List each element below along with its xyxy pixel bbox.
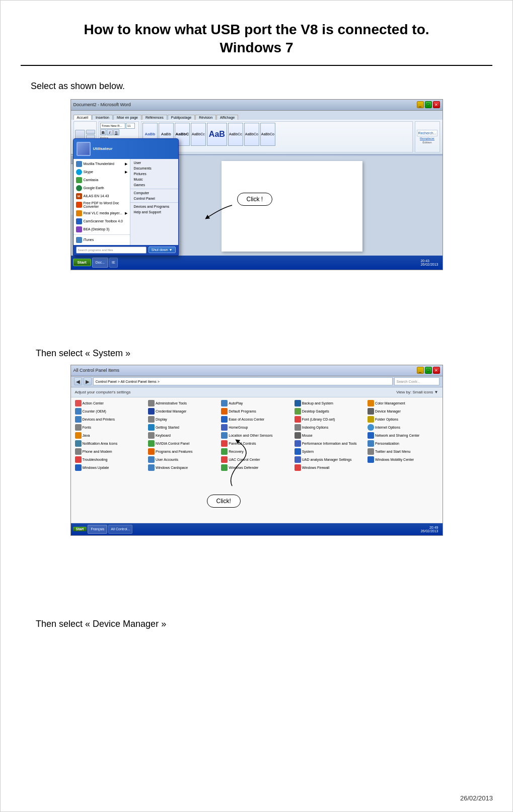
cp-item-win-mobility[interactable]: Windows Mobility Center	[367, 456, 439, 463]
rechercher-btn[interactable]: Recherch...	[417, 130, 438, 136]
cp-item-folder-options[interactable]: Folder Options	[367, 416, 439, 423]
cp-item-mouse[interactable]: Mouse	[294, 432, 366, 439]
remplacer-btn[interactable]: Remplacer	[420, 137, 434, 140]
cp-item-device-manager[interactable]: Device Manager	[367, 408, 439, 415]
cp-item-keyboard[interactable]: Keyboard	[147, 432, 219, 439]
cp-item-uac[interactable]: UAC Control Center	[220, 456, 292, 463]
cp-item-autoplay[interactable]: AutoPlay	[220, 399, 292, 407]
cp-item-getting-started[interactable]: Getting Started	[147, 424, 219, 431]
sm-link-devices[interactable]: Devices and Programs	[130, 204, 178, 209]
bold-btn[interactable]: B	[100, 129, 106, 135]
cp-item-network[interactable]: Network and Sharing Center	[367, 432, 439, 439]
cp-item-parental[interactable]: Parental Controls	[220, 440, 292, 447]
maximize-btn[interactable]: □	[425, 101, 432, 108]
cp-item-prog-features[interactable]: Programs and Features	[147, 448, 219, 455]
cp-item-ease-access[interactable]: Ease of Access Center	[220, 416, 292, 423]
cp-item-troubleshoot[interactable]: Troubleshooting	[74, 456, 146, 463]
cp-item-font[interactable]: Font (Library CD-set)	[294, 416, 366, 423]
style-6[interactable]: AaBbCo	[260, 123, 275, 146]
italic-btn[interactable]: I	[107, 129, 113, 135]
taskbar-ie[interactable]: IE	[109, 258, 118, 268]
taskbar-word[interactable]: Doc...	[92, 258, 108, 268]
cp-item-location[interactable]: Location and Other Sensors	[220, 432, 292, 439]
sm-item-vlc[interactable]: Real VLC media player... ▶	[74, 209, 130, 217]
sm-item-earth[interactable]: Google Earth	[74, 184, 130, 192]
cp-maximize[interactable]: □	[425, 367, 432, 374]
cp-item-firewall[interactable]: Windows Firewall	[294, 464, 366, 471]
start-button[interactable]: Start	[73, 259, 91, 266]
sm-item-itunes[interactable]: iTunes	[74, 236, 130, 244]
tab-accueil[interactable]: Accueil	[74, 115, 92, 120]
style-aab[interactable]: AaB	[207, 123, 227, 146]
cp-item-twitter[interactable]: Twitter and Start Menu	[367, 448, 439, 455]
cp-taskbar-item1[interactable]: Français	[88, 525, 107, 534]
cp-item-display[interactable]: Display	[147, 416, 219, 423]
sm-item-skype[interactable]: Skype ▶	[74, 168, 130, 176]
cp-item-recovery[interactable]: Recovery	[220, 448, 292, 455]
cp-item-action-center[interactable]: Action Center	[74, 399, 146, 407]
sm-item-ailas[interactable]: M AILAS EN 14.43	[74, 192, 130, 200]
close-btn[interactable]: ✕	[433, 101, 440, 108]
sm-link-music[interactable]: Music	[130, 177, 178, 182]
cp-item-nvidia[interactable]: NVIDIA Control Panel	[147, 440, 219, 447]
cp-item-backup[interactable]: Backup and System	[294, 399, 366, 407]
cp-item-desktop-gadgets[interactable]: Desktop Gadgets	[294, 408, 366, 415]
cp-item-personalization[interactable]: Personalization	[367, 440, 439, 447]
sm-link-help[interactable]: Help and Support	[130, 209, 178, 215]
cp-view-label[interactable]: View by: Small icons ▼	[396, 390, 438, 394]
tab-references[interactable]: Références	[142, 115, 167, 120]
sm-link-computer[interactable]: Computer	[130, 190, 178, 196]
tab-insertion[interactable]: Insertion	[92, 115, 113, 120]
sm-item-freepdf[interactable]: Free PDF to Word Doc Converter	[74, 200, 130, 209]
cp-item-uad[interactable]: UAD analysis Manager Settings	[294, 456, 366, 463]
cp-item-indexing[interactable]: Indexing Options	[294, 424, 366, 431]
cp-item-homegroup[interactable]: HomeGroup	[220, 424, 292, 431]
cut-icon[interactable]	[86, 130, 95, 134]
sm-shutdown-btn[interactable]: Shut down ▼	[149, 247, 176, 253]
sm-link-pics[interactable]: Pictures	[130, 171, 178, 177]
cp-item-internet-options[interactable]: Internet Options	[367, 424, 439, 431]
cp-item-credential[interactable]: Credential Manager	[147, 408, 219, 415]
tab-publipostage[interactable]: Publipostage	[168, 115, 195, 120]
cp-item-fonts[interactable]: Fonts	[74, 424, 146, 431]
sm-item-thunderbird[interactable]: Mozilla Thunderbird ▶	[74, 160, 130, 168]
cp-item-java[interactable]: Java	[74, 432, 146, 439]
cp-item-admin-tools[interactable]: Administrative Tools	[147, 399, 219, 407]
minimize-btn[interactable]: _	[417, 101, 424, 108]
style-3[interactable]: AaBbCc	[191, 123, 206, 146]
cp-address-path[interactable]: Control Panel > All Control Panel Items …	[93, 377, 393, 385]
cp-minimize[interactable]: _	[417, 367, 424, 374]
tab-revision[interactable]: Révision	[195, 115, 216, 120]
sm-link-docs[interactable]: Documents	[130, 166, 178, 171]
cp-item-devices-printers[interactable]: Devices and Printers	[74, 416, 146, 423]
cp-item-color-mgmt[interactable]: Color Management	[367, 399, 439, 407]
sm-item-camscanner[interactable]: CamScanner Toolbox 4.0	[74, 217, 130, 225]
cp-item-phone[interactable]: Phone and Modem	[74, 448, 146, 455]
cp-item-win-update[interactable]: Windows Update	[74, 464, 146, 471]
cp-close[interactable]: ✕	[433, 367, 440, 374]
tab-mise-en-page[interactable]: Mise en page	[113, 115, 141, 120]
cp-item-counter[interactable]: Counter (OEM)	[74, 408, 146, 415]
underline-btn[interactable]: S	[113, 129, 119, 135]
style-5[interactable]: AaBbCo	[244, 123, 259, 146]
cp-back-btn[interactable]: ◀	[74, 377, 82, 385]
cp-item-perf[interactable]: Performance Information and Tools	[294, 440, 366, 447]
sm-search-box[interactable]: Search programs and files	[76, 247, 146, 254]
sm-link-control[interactable]: Control Panel	[130, 196, 178, 201]
cp-item-user-accounts[interactable]: User Accounts	[147, 456, 219, 463]
sm-link-user[interactable]: User	[130, 160, 178, 166]
cp-item-win-cardspace[interactable]: Windows Cardspace	[147, 464, 219, 471]
sm-item-bea[interactable]: BEA (Desktop 3)	[74, 225, 130, 233]
style-4[interactable]: AaBbCc	[228, 123, 243, 146]
cp-item-system[interactable]: System	[294, 448, 366, 455]
cp-item-default-programs[interactable]: Default Programs	[220, 408, 292, 415]
cp-forward-btn[interactable]: ▶	[84, 377, 92, 385]
cp-item-win-defender[interactable]: Windows Defender	[220, 464, 292, 471]
font-size-selector[interactable]: 11	[126, 123, 135, 129]
cp-start-btn[interactable]: Start	[73, 527, 87, 531]
cp-item-notif[interactable]: Notification Area Icons	[74, 440, 146, 447]
cp-taskbar-item2[interactable]: All Control...	[108, 525, 132, 534]
sm-item-camtasia[interactable]: Camtasia	[74, 176, 130, 184]
font-name-selector[interactable]: Times New R...	[100, 123, 125, 129]
cp-search-box[interactable]: Search Contr...	[394, 377, 439, 385]
